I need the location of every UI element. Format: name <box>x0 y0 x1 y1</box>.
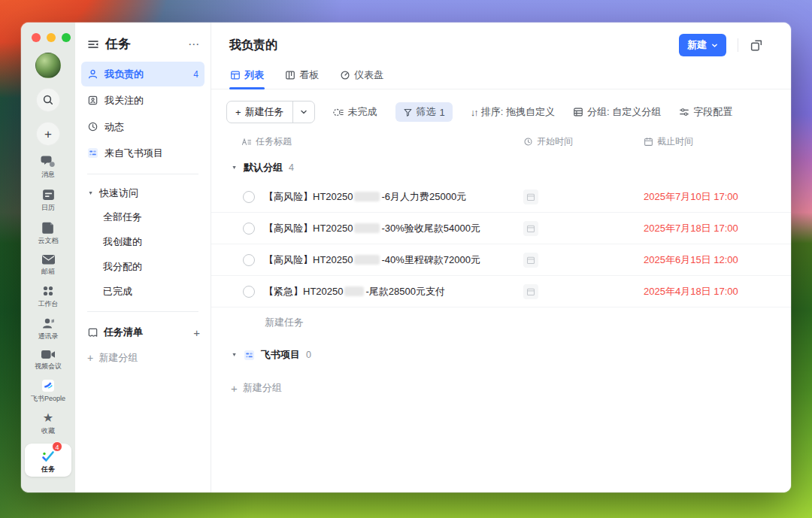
task-list-icon <box>87 327 98 338</box>
status-filter-control[interactable]: 未完成 <box>333 105 377 119</box>
set-date-icon[interactable] <box>523 221 538 236</box>
minimize-window-button[interactable] <box>47 33 56 42</box>
view-tabs: 列表 看板 仪表盘 <box>211 63 791 89</box>
task-row[interactable]: 【高风险】HT20250-6月人力费25000元 2025年7月10日 17:0… <box>211 181 791 213</box>
funnel-icon <box>403 108 413 117</box>
task-title-text: -40%里程碑款72000元 <box>381 253 480 267</box>
user-avatar[interactable] <box>35 53 61 78</box>
filter-control[interactable]: 筛选 1 <box>395 102 453 122</box>
star-icon: ★ <box>43 411 53 425</box>
group-header-feishu-project[interactable]: ▼ 飞书项目 0 <box>211 338 791 371</box>
tab-dashboard-view[interactable]: 仪表盘 <box>339 63 384 89</box>
global-search-button[interactable] <box>36 88 60 112</box>
sort-label: 排序: 拖拽自定义 <box>481 105 555 119</box>
sidebar-item-label: 动态 <box>105 120 124 134</box>
task-row[interactable]: 【高风险】HT20250-40%里程碑款72000元 2025年6月15日 12… <box>211 244 791 276</box>
task-checkbox[interactable] <box>243 223 255 235</box>
zoom-window-button[interactable] <box>62 33 71 42</box>
sidebar-item-assigned-by-me[interactable]: 我分配的 <box>75 254 211 279</box>
task-title-text: 【高风险】HT20250 <box>264 190 353 204</box>
rail-item-favorites[interactable]: ★ 收藏 <box>25 411 71 435</box>
sidebar-new-group-button[interactable]: + 新建分组 <box>75 345 211 371</box>
sidebar-item-completed[interactable]: 已完成 <box>75 279 211 304</box>
close-window-button[interactable] <box>32 33 41 42</box>
task-title: 【高风险】HT20250-6月人力费25000元 <box>264 190 523 204</box>
sidebar-item-all-tasks[interactable]: 全部任务 <box>75 204 211 229</box>
task-start-cell[interactable] <box>523 253 644 268</box>
column-due-time[interactable]: 截止时间 <box>644 135 773 148</box>
new-group-label: 新建分组 <box>98 351 138 365</box>
add-group-button[interactable]: + 新建分组 <box>211 371 791 404</box>
set-date-icon[interactable] <box>523 284 538 299</box>
new-task-dropdown-button[interactable] <box>292 101 314 123</box>
sidebar-item-assigned-to-me[interactable]: 我负责的 4 <box>81 62 205 86</box>
tab-list-view[interactable]: 列表 <box>229 63 265 89</box>
section-label: 任务清单 <box>104 326 143 339</box>
calendar-icon <box>41 187 56 201</box>
task-checkbox[interactable] <box>243 286 255 298</box>
sidebar-item-created-by-me[interactable]: 我创建的 <box>75 229 211 254</box>
sidebar-item-followed[interactable]: 我关注的 <box>81 88 205 113</box>
collapse-sidebar-icon[interactable] <box>87 38 99 50</box>
more-icon[interactable]: ⋯ <box>188 38 200 51</box>
sidebar-item-count: 4 <box>193 69 198 80</box>
task-list-section-header[interactable]: 任务清单 + <box>75 320 211 345</box>
group-count: 4 <box>289 162 294 173</box>
group-header-default[interactable]: ▼ 默认分组 4 <box>211 153 791 181</box>
rail-item-label: 通讯录 <box>38 332 59 340</box>
quick-access-section-header[interactable]: ▼ 快速访问 <box>75 182 211 204</box>
task-start-cell[interactable] <box>523 221 644 236</box>
field-config-control[interactable]: 字段配置 <box>679 105 732 119</box>
add-task-list-button[interactable]: + <box>193 326 200 339</box>
list-view-icon <box>230 70 241 80</box>
redacted-text <box>354 192 380 201</box>
inline-new-task-button[interactable]: 新建任务 <box>211 307 791 338</box>
task-row[interactable]: 【高风险】HT20250-30%验收尾款54000元 2025年7月18日 17… <box>211 213 791 244</box>
task-title-text: 【高风险】HT20250 <box>264 222 353 235</box>
rail-item-workbench[interactable]: 工作台 <box>25 284 71 307</box>
column-task-title[interactable]: 任务标题 <box>241 135 523 148</box>
rail-item-label: 任务 <box>41 465 55 473</box>
group-control[interactable]: 分组: 自定义分组 <box>573 105 661 119</box>
group-name: 默认分组 <box>244 161 283 174</box>
status-filter-label: 未完成 <box>348 105 377 119</box>
main-panel: 我负责的 新建 列表 看板 <box>211 23 791 492</box>
sidebar-item-from-feishu-project[interactable]: 来自飞书项目 <box>81 141 205 165</box>
column-start-time[interactable]: 开始时间 <box>523 135 644 148</box>
set-date-icon[interactable] <box>523 253 538 268</box>
sort-control[interactable]: ↓↑ 排序: 拖拽自定义 <box>471 105 555 119</box>
task-start-cell[interactable] <box>523 284 644 299</box>
docs-icon <box>41 220 56 235</box>
task-title: 【紧急】HT20250-尾款28500元支付 <box>264 285 523 298</box>
open-in-new-window-icon[interactable] <box>750 38 764 53</box>
task-checkbox[interactable] <box>243 254 255 266</box>
rail-item-calendar[interactable]: 日历 <box>25 187 71 211</box>
tab-label: 列表 <box>244 68 264 82</box>
sub-item-label: 我分配的 <box>103 260 142 274</box>
new-task-button[interactable]: + 新建任务 <box>227 101 292 123</box>
rail-item-label: 消息 <box>41 171 55 178</box>
rail-item-label: 邮箱 <box>41 268 55 275</box>
kanban-view-icon <box>285 70 295 80</box>
tab-kanban-view[interactable]: 看板 <box>284 63 320 89</box>
rail-item-contacts[interactable]: 通讯录 <box>25 317 71 340</box>
rail-item-video-meeting[interactable]: 视频会议 <box>25 349 71 370</box>
sidebar-item-activity[interactable]: 动态 <box>81 114 205 139</box>
rail-item-messages[interactable]: 消息 <box>25 155 71 178</box>
sidebar-item-label: 我负责的 <box>105 68 144 81</box>
task-row[interactable]: 【紧急】HT20250-尾款28500元支付 2025年4月18日 17:00 <box>211 276 791 307</box>
quick-create-button[interactable]: + <box>36 122 60 146</box>
plus-icon: + <box>231 382 238 395</box>
task-checkbox[interactable] <box>243 191 255 203</box>
rail-item-feishu-people[interactable]: 飞书People <box>25 379 71 402</box>
set-date-icon[interactable] <box>523 189 538 204</box>
rail-item-tasks[interactable]: 4 任务 <box>25 444 71 477</box>
chevron-down-icon <box>300 108 308 116</box>
task-start-cell[interactable] <box>523 189 644 204</box>
create-button[interactable]: 新建 <box>679 34 726 56</box>
chevron-down-icon <box>711 42 718 49</box>
new-task-label: 新建任务 <box>245 105 284 119</box>
person-icon <box>87 68 98 80</box>
rail-item-docs[interactable]: 云文档 <box>25 220 71 244</box>
rail-item-mail[interactable]: 邮箱 <box>25 253 71 275</box>
